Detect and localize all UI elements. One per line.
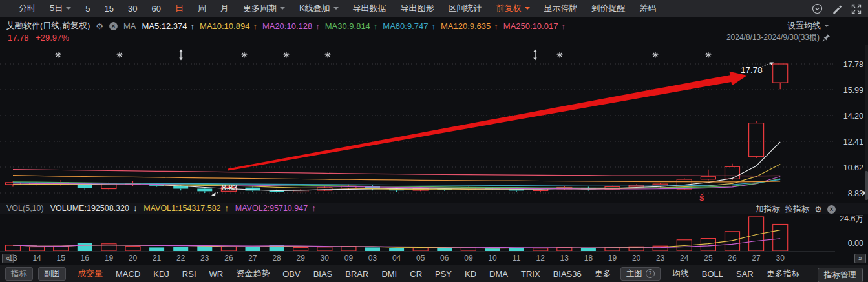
toolbar-item-周[interactable]: 周: [191, 3, 213, 14]
volume-bar[interactable]: [246, 247, 260, 251]
help-icon[interactable]: ?: [646, 269, 655, 278]
announcement-asterisk-icon[interactable]: [706, 52, 712, 58]
sub-indicator-OBV[interactable]: OBV: [276, 269, 306, 279]
sub-indicator-资金趋势[interactable]: 资金趋势: [229, 268, 276, 279]
sub-indicator-WR[interactable]: WR: [203, 269, 230, 279]
volume-bar[interactable]: [533, 248, 548, 251]
volume-bar[interactable]: [173, 247, 188, 251]
volume-bar[interactable]: [413, 248, 428, 251]
volume-bar[interactable]: [293, 248, 308, 251]
indicator-manage-button[interactable]: 指标管理: [818, 268, 863, 282]
sub-indicator-DMA[interactable]: DMA: [483, 269, 514, 279]
announcement-asterisk-icon[interactable]: [557, 52, 563, 58]
candle-30[interactable]: [317, 186, 332, 191]
fullscreen-icon[interactable]: [851, 4, 862, 14]
main-indicator-均线[interactable]: 均线: [666, 268, 695, 279]
volume-bar[interactable]: [365, 247, 380, 251]
toolbar-item-导出图形[interactable]: 导出图形: [394, 3, 441, 14]
date-label: 04: [392, 254, 401, 263]
announcement-asterisk-icon[interactable]: [56, 52, 61, 58]
toolbar-item-更多周期[interactable]: 更多周期: [236, 3, 292, 14]
toolbar-item-区间统计[interactable]: 区间统计: [441, 3, 489, 14]
volume-bar[interactable]: [341, 247, 356, 251]
sub-indicator-成交量[interactable]: 成交量: [71, 268, 109, 279]
volume-bar[interactable]: [54, 246, 69, 251]
add-indicator-link[interactable]: 加指标: [756, 204, 780, 215]
date-range-link[interactable]: 2024/8/13-2024/9/30(33根): [726, 32, 831, 43]
bottom-button-指标[interactable]: 指标: [5, 267, 33, 281]
vertical-scrollbar-thumb[interactable]: [865, 171, 868, 200]
toolbar-item-筹码[interactable]: 筹码: [633, 3, 664, 14]
date-range-label: 2024/8/13-2024/9/30(33根): [726, 32, 820, 43]
volume-bar[interactable]: [317, 247, 332, 251]
sub-indicator-BIAS36[interactable]: BIAS36: [547, 269, 588, 279]
bottom-button-副图[interactable]: 副图: [38, 267, 66, 281]
volume-bar[interactable]: [701, 239, 715, 251]
volume-bar[interactable]: [389, 248, 404, 251]
volume-bar[interactable]: [149, 247, 164, 251]
candle-27[interactable]: [749, 121, 764, 158]
toolbar-item-5[interactable]: 5: [78, 4, 97, 14]
candle-30[interactable]: [773, 64, 788, 89]
announcement-asterisk-icon[interactable]: [653, 52, 659, 58]
toolbar-item-日[interactable]: 日: [168, 3, 191, 14]
ma-settings-gear-icon[interactable]: ⚙: [96, 22, 103, 30]
candle-29[interactable]: [293, 189, 308, 193]
volume-bar[interactable]: [30, 247, 45, 251]
volume-bar[interactable]: [485, 248, 500, 251]
candle-23[interactable]: [197, 188, 212, 193]
sub-indicator-MACD[interactable]: MACD: [109, 269, 147, 279]
updown-event-icon[interactable]: [533, 50, 537, 61]
updown-event-icon[interactable]: [179, 50, 183, 61]
sub-indicator-DMI[interactable]: DMI: [375, 269, 403, 279]
brush-icon[interactable]: [832, 4, 842, 14]
sub-indicator-RSI[interactable]: RSI: [176, 269, 203, 279]
volume-bar[interactable]: [581, 248, 596, 251]
sub-indicator-BRAR[interactable]: BRAR: [339, 269, 375, 279]
date-label: 12: [536, 254, 545, 263]
announcement-asterisk-icon[interactable]: [284, 52, 290, 58]
s-event-marker[interactable]: Ŝ: [699, 194, 704, 202]
candle-25[interactable]: [701, 170, 715, 181]
volume-bar[interactable]: [773, 225, 788, 251]
sub-indicator-CR[interactable]: CR: [403, 269, 429, 279]
announcement-asterisk-icon[interactable]: [325, 52, 331, 58]
toolbar-item-60[interactable]: 60: [144, 4, 167, 14]
sub-indicator-更多[interactable]: 更多: [588, 268, 618, 279]
toolbar-item-分时[interactable]: 分时: [12, 3, 43, 14]
toolbar-item-显示停牌[interactable]: 显示停牌: [537, 3, 585, 14]
volume-gear-icon[interactable]: ⚙: [814, 205, 822, 214]
candle-26[interactable]: [725, 164, 740, 180]
volume-bar[interactable]: [437, 248, 452, 251]
toolbar-item-5日[interactable]: 5日: [43, 3, 78, 14]
sub-indicator-PSY[interactable]: PSY: [429, 269, 458, 279]
toolbar-item-月[interactable]: 月: [213, 3, 236, 14]
volume-bar[interactable]: [221, 247, 236, 251]
volume-bar[interactable]: [125, 247, 140, 251]
toolbar-item-导出数据[interactable]: 导出数据: [346, 3, 394, 14]
toolbar-item-30[interactable]: 30: [121, 4, 144, 14]
scroll-right-button[interactable]: »: [854, 254, 866, 263]
clock-circle-icon[interactable]: [812, 3, 823, 14]
toolbar-item-前复权[interactable]: 前复权: [489, 3, 537, 14]
volume-close-icon[interactable]: ×: [827, 205, 836, 214]
volume-bar[interactable]: [6, 245, 21, 251]
sub-indicator-TRIX[interactable]: TRIX: [514, 269, 547, 279]
main-indicator-BOLL[interactable]: BOLL: [695, 269, 730, 279]
main-indicator-更多指标[interactable]: 更多指标: [760, 268, 807, 279]
announcement-asterisk-icon[interactable]: [117, 52, 123, 58]
sub-indicator-KDJ[interactable]: KDJ: [147, 269, 176, 279]
toolbar-item-15[interactable]: 15: [97, 4, 120, 14]
sub-indicator-KD[interactable]: KD: [458, 269, 483, 279]
main-chart-button[interactable]: 主图 ?: [620, 267, 661, 281]
volume-bar[interactable]: [78, 243, 92, 251]
ma-close-icon[interactable]: ×: [109, 22, 118, 30]
main-indicator-SAR[interactable]: SAR: [730, 269, 760, 279]
announcement-asterisk-icon[interactable]: [242, 52, 248, 58]
toolbar-item-K线叠加[interactable]: K线叠加: [292, 3, 346, 14]
sub-indicator-BIAS[interactable]: BIAS: [307, 269, 339, 279]
set-ma-control[interactable]: 设置均线: [787, 20, 829, 32]
switch-indicator-link[interactable]: 换指标: [785, 204, 810, 215]
price-change-row: 17.78 +29.97%: [8, 33, 69, 43]
toolbar-item-到价提醒[interactable]: 到价提醒: [585, 3, 633, 14]
